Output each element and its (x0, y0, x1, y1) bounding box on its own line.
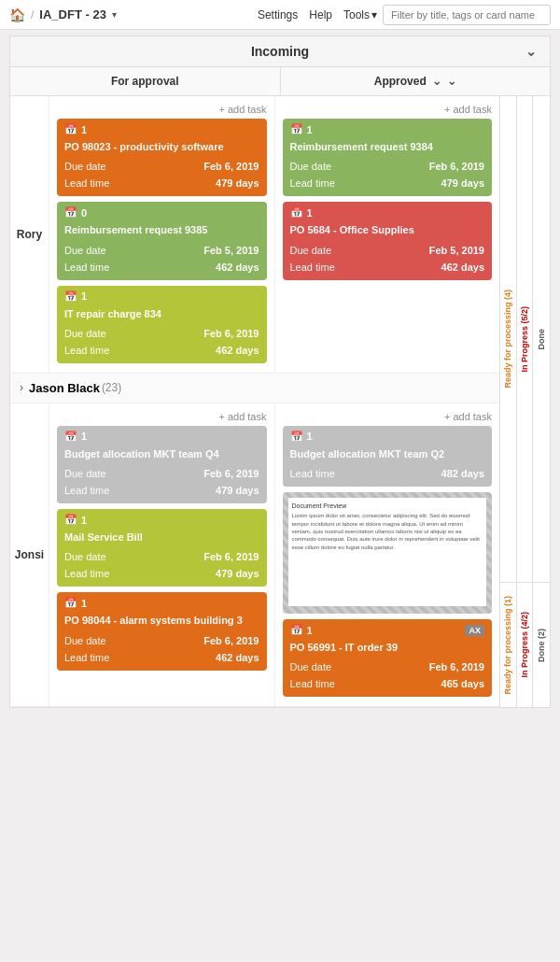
lead-label: Lead time (64, 652, 109, 663)
jason-chevron-icon: › (20, 381, 23, 394)
help-link[interactable]: Help (309, 8, 332, 21)
card-document[interactable]: Document Preview Lorem ipsum dolor sit a… (283, 492, 493, 614)
lead-value: 462 days (216, 345, 259, 356)
card-title: Mail Service Bill (57, 529, 267, 548)
lead-value: 479 days (216, 485, 259, 496)
due-value: Feb 6, 2019 (429, 161, 484, 172)
ready-status-bottom[interactable]: Ready for processing (1) (503, 596, 512, 695)
calendar-icon: 📅 (64, 597, 77, 609)
card-po5684[interactable]: 📅 1 PO 5684 - Office Supplies Due date F… (283, 202, 493, 279)
jason-section[interactable]: › Jason Black (23) (10, 374, 499, 403)
approved-chevron1[interactable]: ⌄ (432, 75, 441, 88)
due-label: Due date (290, 661, 332, 672)
done-status-top[interactable]: Done (537, 329, 546, 350)
card-count: 0 (81, 207, 87, 219)
due-value: Feb 5, 2019 (203, 245, 259, 256)
ready-status-top[interactable]: Ready for processing (4) (503, 290, 512, 389)
card-count: 1 (307, 124, 313, 135)
project-dropdown-icon[interactable]: ▾ (112, 9, 117, 20)
lead-value: 462 days (216, 652, 259, 663)
lead-label: Lead time (290, 468, 335, 479)
card-title: PO 5684 - Office Supplies (283, 221, 493, 241)
ax-badge: AX (465, 625, 484, 636)
nav-sep: / (31, 8, 34, 21)
due-value: Feb 6, 2019 (203, 468, 259, 479)
column-headers: For approval Approved ⌄ ⌄ (10, 67, 550, 96)
card-count: 1 (81, 515, 87, 526)
lead-value: 479 days (216, 177, 259, 189)
due-label: Due date (64, 468, 106, 479)
lead-label: Lead time (290, 262, 335, 273)
calendar-icon: 📅 (64, 431, 77, 443)
jonsi-section: Jonsi + add task 📅 1 Budget allocation M… (10, 403, 499, 708)
jonsi-add-task-approval[interactable]: + add task (57, 407, 267, 426)
incoming-chevron[interactable]: ⌄ (525, 44, 537, 59)
rory-add-task-approved[interactable]: + add task (283, 100, 493, 119)
card-count: 1 (81, 290, 87, 302)
card-count: 1 (81, 124, 87, 135)
inprogress-status-top[interactable]: In Progress (5/2) (520, 306, 529, 373)
inprogress-status-bottom[interactable]: In Progress (4/2) (520, 612, 529, 678)
card-po56991[interactable]: 📅 1 AX PO 56991 - IT order 39 Due date F… (283, 619, 493, 697)
calendar-icon: 📅 (64, 514, 77, 526)
lead-label: Lead time (64, 262, 109, 273)
home-icon[interactable]: 🏠 (9, 7, 25, 22)
card-reimb9385[interactable]: 📅 0 Reimbursement request 9385 Due date … (57, 202, 267, 279)
card-po98023[interactable]: 📅 1 PO 98023 - productivity software Due… (57, 119, 267, 196)
due-value: Feb 6, 2019 (203, 635, 259, 646)
due-label: Due date (64, 551, 106, 562)
card-count: 1 (81, 598, 87, 609)
lead-value: 479 days (441, 177, 484, 189)
card-budget-q4[interactable]: 📅 1 Budget allocation MKT team Q4 Due da… (57, 426, 267, 503)
calendar-icon: 📅 (64, 206, 77, 219)
rory-label: Rory (10, 96, 49, 373)
done-status-bottom[interactable]: Done (2) (537, 629, 546, 662)
jonsi-approved-col: + add task 📅 1 Budget allocation MKT tea… (275, 403, 500, 707)
calendar-icon: 📅 (290, 431, 303, 443)
card-po98044[interactable]: 📅 1 PO 98044 - alarm systems building 3 … (57, 592, 267, 670)
card-reimb9384[interactable]: 📅 1 Reimbursement request 9384 Due date … (283, 119, 493, 196)
card-title: IT repair charge 834 (57, 305, 267, 325)
project-name[interactable]: IA_DFT - 23 (39, 7, 106, 21)
due-value: Feb 6, 2019 (203, 161, 259, 172)
tools-link[interactable]: Tools ▾ (343, 8, 377, 21)
kanban-body: Rory + add task 📅 1 PO 98023 - productiv… (10, 96, 550, 707)
card-count: 1 (81, 431, 87, 442)
search-input[interactable] (383, 5, 551, 25)
card-title: Reimbursement request 9385 (57, 221, 267, 241)
card-budget-q2[interactable]: 📅 1 Budget allocation MKT team Q2 Lead t… (283, 426, 493, 487)
lead-value: 462 days (441, 262, 484, 273)
col-header-approval: For approval (10, 67, 280, 95)
card-title: Reimbursement request 9384 (283, 138, 493, 158)
lead-value: 462 days (216, 262, 259, 273)
rory-add-task-approval[interactable]: + add task (57, 100, 267, 119)
card-itrepair834[interactable]: 📅 1 IT repair charge 834 Due date Feb 6,… (57, 286, 267, 363)
main-columns: Rory + add task 📅 1 PO 98023 - productiv… (10, 96, 499, 707)
due-label: Due date (64, 635, 106, 646)
due-value: Feb 6, 2019 (203, 551, 259, 562)
due-label: Due date (64, 245, 106, 256)
top-nav: 🏠 / IA_DFT - 23 ▾ Settings Help Tools ▾ (0, 0, 560, 30)
due-label: Due date (290, 245, 332, 256)
due-label: Due date (290, 161, 332, 172)
card-mail-service[interactable]: 📅 1 Mail Service Bill Due date Feb 6, 20… (57, 509, 267, 587)
calendar-icon: 📅 (290, 206, 303, 219)
rory-approval-col: + add task 📅 1 PO 98023 - productivity s… (49, 96, 275, 373)
due-value: Feb 6, 2019 (429, 661, 484, 672)
settings-link[interactable]: Settings (258, 8, 298, 21)
calendar-icon: 📅 (64, 123, 77, 135)
card-title: PO 98023 - productivity software (57, 138, 267, 158)
kanban-board: Incoming ⌄ For approval Approved ⌄ ⌄ Ror… (9, 35, 551, 708)
calendar-icon: 📅 (290, 624, 303, 636)
jason-name: Jason Black (29, 381, 100, 395)
jonsi-approval-col: + add task 📅 1 Budget allocation MKT tea… (49, 403, 275, 707)
jonsi-add-task-approved[interactable]: + add task (283, 407, 493, 426)
due-value: Feb 5, 2019 (429, 245, 484, 256)
approved-chevron2[interactable]: ⌄ (447, 75, 456, 88)
col-header-approved: Approved ⌄ ⌄ (280, 67, 551, 95)
calendar-icon: 📅 (64, 290, 77, 303)
rory-approved-col: + add task 📅 1 Reimbursement request 938… (275, 96, 500, 373)
lead-value: 482 days (441, 468, 484, 479)
doc-content: Document Preview Lorem ipsum dolor sit a… (288, 498, 487, 606)
card-count: 1 (307, 207, 313, 219)
